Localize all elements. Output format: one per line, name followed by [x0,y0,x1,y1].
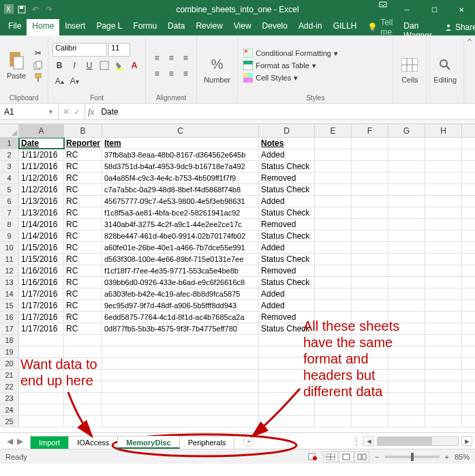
table-row[interactable]: 14 1/17/2016 RC a6303feb-b42e-4c19-afec-… [0,288,475,300]
cell[interactable] [352,254,388,265]
hscroll-track[interactable] [377,436,459,446]
cell[interactable] [388,196,425,207]
table-row[interactable]: 8 1/14/2016 RC 3140ab4f-3275-4c2f-a9c1-4… [0,219,475,230]
cell[interactable]: Removed [259,219,315,230]
cell[interactable] [425,207,462,218]
bold-button[interactable]: B [52,59,66,72]
cell[interactable]: 1/17/2016 [19,312,64,323]
undo-icon[interactable]: ↶ [30,4,41,15]
cell[interactable] [315,219,352,230]
cell[interactable]: RC [64,184,102,195]
cell[interactable] [315,138,352,149]
user-name[interactable]: Dan Wagner [398,19,438,35]
conditional-formatting-button[interactable]: Conditional Formatting ▾ [242,48,339,59]
cell[interactable] [425,230,462,241]
border-button[interactable] [97,59,111,72]
tab-insert[interactable]: Insert [59,19,91,35]
cell[interactable] [315,242,352,253]
cell[interactable] [315,230,352,241]
cell[interactable] [425,184,462,195]
row-header[interactable]: 17 [0,323,19,334]
share-button[interactable]: Share [438,19,475,35]
cell[interactable] [388,230,425,241]
cell[interactable]: Status Check [259,254,315,265]
row-header[interactable]: 16 [0,312,19,323]
cell[interactable] [425,265,462,276]
cell[interactable] [425,173,462,183]
cell[interactable]: a60fe01e-26be-40e1-a466-7b7dce55e991 [102,242,259,253]
row-header[interactable]: 9 [0,230,19,241]
fill-color-button[interactable] [112,59,126,72]
cell[interactable]: 45675777-09c7-4e53-9800-4e5f3eb98631 [102,196,259,207]
cell[interactable] [425,219,462,230]
cell[interactable]: RC [64,323,102,334]
increase-font-icon[interactable]: A▴ [52,74,66,88]
cell[interactable]: 1/16/2016 [19,277,64,288]
cell[interactable]: 1/14/2016 [19,230,64,241]
cell[interactable] [315,265,352,276]
cell[interactable] [315,207,352,218]
tab-home[interactable]: Home [27,19,59,35]
row-header[interactable]: 24 [0,404,19,415]
cell[interactable]: RC [64,161,102,172]
row-header[interactable]: 1 [0,138,19,149]
row-header[interactable]: 20 [0,358,19,369]
redo-icon[interactable]: ↷ [44,4,55,15]
formula-input[interactable]: Date [97,104,475,119]
cell[interactable]: 1/14/2016 [19,219,64,230]
table-row[interactable]: 12 1/16/2016 RC f1cf18f7-f7ee-4e35-9771-… [0,265,475,277]
macro-record-icon[interactable] [308,451,318,462]
cell[interactable] [388,288,425,299]
cell[interactable]: 828be447-461d-4be0-9914-02b70174fb02 [102,230,259,241]
cell[interactable] [388,173,425,183]
sheet-tab-ioaccess[interactable]: IOAccess [68,436,118,449]
row-header[interactable]: 23 [0,393,19,404]
paste-button[interactable]: Paste [4,50,29,81]
cell[interactable]: RC [64,173,102,183]
cell[interactable] [425,196,462,207]
cell[interactable]: 1/16/2016 [19,265,64,276]
row-header[interactable]: 3 [0,161,19,172]
maximize-button[interactable]: ☐ [420,0,448,19]
cell[interactable]: Date [19,138,64,149]
cell[interactable]: RC [64,196,102,207]
cell[interactable] [425,312,462,323]
copy-icon[interactable] [33,60,44,71]
cell[interactable] [425,254,462,265]
cell[interactable] [315,288,352,299]
cell[interactable]: RC [64,312,102,323]
cell[interactable]: RC [64,300,102,311]
cell[interactable]: Added [259,149,315,160]
tab-data[interactable]: Data [162,19,190,35]
tell-me-search[interactable]: 💡 Tell me [362,19,398,35]
format-painter-icon[interactable] [33,72,44,83]
cell[interactable]: 1/12/2016 [19,173,64,183]
new-sheet-button[interactable]: + [243,436,254,447]
cell[interactable] [388,300,425,311]
cell[interactable] [352,184,388,195]
table-row[interactable]: 22 [0,381,475,393]
cell[interactable] [315,161,352,172]
table-row[interactable]: 13 1/16/2016 RC 039bb6d0-0926-433e-b6ad-… [0,277,475,288]
cell[interactable]: RC [64,230,102,241]
row-header[interactable]: 5 [0,184,19,195]
cut-icon[interactable]: ✂ [33,48,44,59]
row-header[interactable]: 6 [0,196,19,207]
cell[interactable]: Status Check [259,207,315,218]
align-bottom-icon[interactable]: ≡ [179,51,192,65]
hscroll-thumb[interactable] [378,437,432,445]
cell[interactable]: Reporter [64,138,102,149]
cell[interactable]: Status Check [259,323,315,334]
cell[interactable]: RC [64,265,102,276]
cell[interactable]: RC [64,242,102,253]
row-header[interactable]: 13 [0,277,19,288]
cell[interactable]: 1/13/2016 [19,207,64,218]
cell[interactable]: RC [64,254,102,265]
cell[interactable]: Added [259,242,315,253]
view-page-layout-icon[interactable] [339,451,354,462]
col-header-G[interactable]: G [388,124,425,137]
hscroll-left-icon[interactable]: ◀ [363,436,374,446]
cell[interactable]: RC [64,288,102,299]
cell[interactable]: 3140ab4f-3275-4c2f-a9c1-44e2ee2ce17c [102,219,259,230]
tab-page-layout[interactable]: Page L [91,19,127,35]
